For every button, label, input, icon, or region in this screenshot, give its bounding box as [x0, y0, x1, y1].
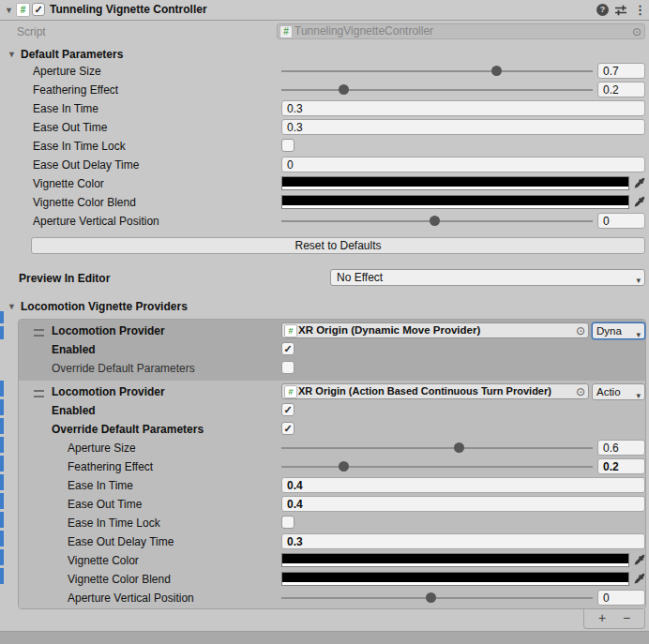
row-feathering-effect: Feathering Effect	[0, 457, 649, 476]
ease-in-time-lock-checkbox[interactable]	[281, 139, 294, 152]
script-label: Script	[17, 25, 46, 38]
provider-2-override-checkbox[interactable]: ✓	[281, 422, 294, 435]
chevron-down-icon: ▾	[636, 388, 641, 400]
aperture-vertical-position-value-field[interactable]	[597, 213, 645, 229]
aperture-vertical-position-slider[interactable]	[281, 589, 593, 607]
drag-handle-icon[interactable]	[34, 390, 44, 397]
aperture-vertical-position-value-field[interactable]	[597, 590, 645, 606]
eyedropper-icon[interactable]	[633, 195, 646, 209]
add-element-button[interactable]: +	[590, 609, 614, 626]
row-ease-in-time-lock: Ease In Time Lock	[0, 514, 649, 532]
alpha-bar	[282, 205, 628, 208]
row-ease-out-time: Ease Out Time	[0, 495, 649, 514]
vignette-color-swatch[interactable]	[281, 176, 629, 190]
aperture-size-label: Aperture Size	[68, 442, 136, 455]
aperture-size-value-field[interactable]	[597, 440, 645, 456]
slider-track	[281, 466, 593, 468]
row-ease-out-delay-time: Ease Out Delay Time	[0, 156, 649, 174]
aperture-vertical-position-label: Aperture Vertical Position	[68, 592, 194, 605]
section-label: Default Parameters	[21, 48, 123, 61]
feathering-effect-slider[interactable]	[281, 81, 593, 99]
remove-element-button[interactable]: −	[614, 609, 639, 626]
row-aperture-size: Aperture Size	[0, 439, 649, 457]
override-indicator	[0, 568, 4, 584]
slider-knob[interactable]	[454, 442, 464, 453]
component-foldout-icon[interactable]: ▼	[5, 6, 13, 15]
override-indicator	[0, 531, 4, 547]
chevron-down-icon: ▾	[636, 327, 641, 339]
help-icon[interactable]: ?	[596, 4, 609, 16]
ease-out-delay-time-field[interactable]	[281, 157, 645, 172]
ease-in-time-lock-checkbox[interactable]	[281, 516, 294, 529]
slider-track	[281, 89, 593, 91]
ease-in-time-label: Ease In Time	[68, 479, 133, 492]
foldout-icon[interactable]: ▼	[8, 302, 16, 311]
override-indicator	[0, 399, 4, 415]
aperture-size-slider[interactable]	[281, 439, 593, 457]
slider-knob[interactable]	[426, 592, 436, 603]
locomotion-provider-label: Locomotion Provider	[52, 385, 165, 398]
override-indicator	[0, 549, 4, 565]
component-enabled-checkbox[interactable]: ✓	[32, 3, 45, 16]
object-picker-icon[interactable]: ⊙	[576, 323, 585, 338]
aperture-size-slider[interactable]	[281, 62, 593, 81]
slider-knob[interactable]	[430, 216, 440, 226]
vignette-color-blend-swatch[interactable]	[281, 195, 629, 209]
eyedropper-icon[interactable]	[633, 572, 646, 586]
csharp-script-icon: #	[284, 385, 297, 398]
ease-out-delay-time-field[interactable]	[281, 533, 645, 549]
slider-knob[interactable]	[339, 461, 349, 472]
provider-2-enabled-checkbox[interactable]: ✓	[281, 403, 294, 416]
row-vignette-color: Vignette Color	[0, 551, 649, 570]
override-default-parameters-label: Override Default Parameters	[52, 423, 204, 436]
ease-in-time-field[interactable]	[281, 477, 645, 493]
override-default-parameters-label: Override Default Parameters	[52, 362, 195, 375]
object-picker-icon[interactable]: ⊙	[576, 384, 585, 399]
list-footer: +−	[583, 609, 645, 629]
slider-knob[interactable]	[339, 84, 349, 95]
alpha-bar	[282, 187, 628, 189]
slider-knob[interactable]	[491, 66, 502, 76]
ease-in-time-lock-label: Ease In Time Lock	[33, 140, 126, 153]
component-title: Tunneling Vignette Controller	[50, 3, 207, 16]
provider-2-type-dropdown[interactable]: Actio ▾	[592, 383, 645, 400]
ease-out-time-field[interactable]	[281, 119, 645, 135]
enabled-label: Enabled	[52, 404, 96, 417]
provider-1-override-checkbox[interactable]	[281, 361, 294, 374]
provider-2-object-field[interactable]: # XR Origin (Action Based Continuous Tur…	[281, 383, 589, 399]
override-indicator	[0, 418, 4, 434]
aperture-size-value-field[interactable]	[597, 63, 645, 79]
csharp-script-icon: #	[284, 324, 297, 337]
provider-1-enabled-checkbox[interactable]: ✓	[281, 342, 294, 355]
feathering-effect-slider[interactable]	[281, 457, 593, 476]
feathering-effect-label: Feathering Effect	[68, 460, 153, 473]
provider-1-object-field[interactable]: # XR Origin (Dynamic Move Provider) ⊙	[281, 322, 589, 338]
providers-section-header[interactable]: ▼ Locomotion Vignette Providers	[0, 297, 649, 316]
feathering-effect-value-field[interactable]	[597, 458, 645, 474]
ease-out-time-field[interactable]	[281, 496, 645, 512]
ease-in-time-field[interactable]	[281, 100, 645, 116]
drag-handle-icon[interactable]	[34, 329, 44, 337]
vignette-color-swatch[interactable]	[281, 553, 629, 567]
reset-to-defaults-button[interactable]: Reset to Defaults	[31, 237, 645, 254]
eyedropper-icon[interactable]	[633, 553, 646, 567]
more-menu-icon[interactable]: ⋮	[634, 4, 646, 16]
presets-icon[interactable]	[614, 4, 627, 17]
default-parameters-header[interactable]: ▼ Default Parameters	[0, 45, 649, 64]
provider-1-header-row: Locomotion Provider # XR Origin (Dynamic…	[0, 322, 649, 340]
aperture-vertical-position-slider[interactable]	[281, 212, 593, 231]
slider-track	[281, 70, 593, 72]
foldout-icon[interactable]: ▼	[8, 50, 16, 59]
provider-1-type-dropdown[interactable]: Dyna ▾	[592, 322, 645, 339]
preview-in-editor-dropdown[interactable]: No Effect ▾	[330, 269, 645, 286]
provider-1-enabled-row: Enabled ✓	[0, 340, 649, 359]
row-ease-in-time: Ease In Time	[0, 99, 649, 118]
row-aperture-vertical-position: Aperture Vertical Position	[0, 589, 649, 607]
row-ease-out-delay-time: Ease Out Delay Time	[0, 532, 649, 551]
inspector-bottom-edge	[0, 631, 649, 644]
script-object-field: # TunnelingVignetteController ⊙	[277, 23, 645, 39]
override-indicator	[0, 326, 4, 339]
eyedropper-icon[interactable]	[633, 176, 646, 190]
vignette-color-blend-swatch[interactable]	[281, 572, 629, 586]
feathering-effect-value-field[interactable]	[597, 82, 645, 97]
